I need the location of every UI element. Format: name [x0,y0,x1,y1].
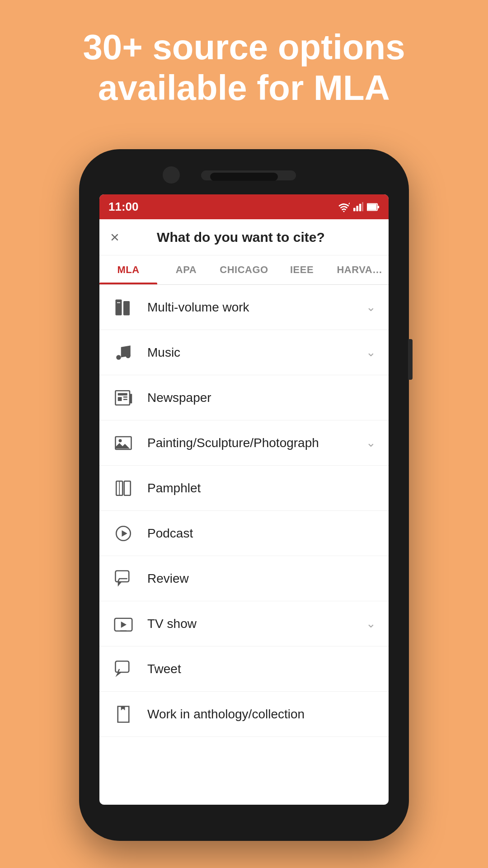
tab-bar: MLA APA CHICAGO IEEE HARVA… [99,255,389,285]
close-button[interactable]: × [110,228,119,246]
app-title: What do you want to cite? [128,230,353,245]
svg-rect-10 [123,301,130,316]
tab-chicago[interactable]: CHICAGO [215,255,273,284]
svg-rect-3 [356,206,358,211]
list-item[interactable]: TV show ⌄ [99,601,389,646]
pamphlet-icon [112,477,135,500]
app-bar: × What do you want to cite? [99,219,389,255]
image-icon [112,432,135,454]
chevron-icon: ⌄ [366,436,376,450]
phone-side-button [408,339,413,380]
multi-volume-icon [112,296,135,319]
list-item[interactable]: Review [99,556,389,601]
tab-ieee[interactable]: IEEE [273,255,331,284]
phone-mockup: 11:00 [79,149,409,845]
tweet-icon [112,658,135,680]
svg-rect-32 [116,661,129,672]
svg-rect-9 [116,299,122,315]
svg-rect-7 [367,204,377,210]
review-icon [112,567,135,590]
svg-marker-31 [121,621,127,627]
status-time: 11:00 [108,200,139,214]
battery-icon [367,202,380,212]
list-item-label: Review [147,571,376,586]
svg-marker-33 [116,672,122,677]
chevron-icon: ⌄ [366,617,376,631]
list-item-label: Pamphlet [147,481,376,495]
list-item-label: Painting/Sculpture/Photograph [147,436,366,450]
list-item[interactable]: Work in anthology/collection [99,692,389,737]
status-bar: 11:00 [99,194,389,219]
signal-icon [353,202,363,212]
tab-apa[interactable]: APA [157,255,215,284]
list-item-label: Newspaper [147,391,376,405]
svg-rect-2 [353,208,356,211]
svg-marker-28 [118,582,122,587]
list-item-label: Work in anthology/collection [147,707,376,722]
phone-screen: 11:00 [99,194,389,805]
svg-line-1 [349,202,350,204]
tab-mla[interactable]: MLA [99,255,157,284]
svg-rect-16 [118,397,122,401]
tv-icon [112,613,135,635]
svg-rect-14 [116,391,130,405]
list-item[interactable]: Multi-volume work ⌄ [99,285,389,330]
svg-rect-15 [118,393,127,395]
list-item-label: Music [147,345,366,360]
list-item[interactable]: Music ⌄ [99,330,389,375]
svg-rect-8 [377,206,379,208]
list-item-label: Multi-volume work [147,300,366,315]
phone-camera [163,166,180,184]
list-item-label: Podcast [147,526,376,541]
podcast-icon [112,522,135,545]
list-item[interactable]: Podcast [99,511,389,556]
svg-rect-23 [124,481,131,495]
svg-marker-26 [122,530,127,537]
list-item-label: Tweet [147,662,376,676]
list-item[interactable]: Painting/Sculpture/Photograph ⌄ [99,420,389,466]
list-item[interactable]: Newspaper [99,375,389,420]
svg-rect-4 [359,203,361,211]
promo-heading: 30+ source options available for MLA [0,27,488,108]
phone-home-button [210,173,278,181]
anthology-icon [112,703,135,726]
svg-point-0 [343,211,344,212]
chevron-icon: ⌄ [366,300,376,314]
list-item[interactable]: Tweet [99,646,389,692]
music-icon [112,341,135,364]
svg-point-13 [126,353,131,358]
svg-rect-5 [362,202,363,211]
newspaper-icon [112,387,135,409]
chevron-icon: ⌄ [366,345,376,359]
svg-rect-19 [130,394,132,403]
wifi-icon [338,202,350,212]
tab-harvard[interactable]: HARVA… [331,255,389,284]
svg-point-21 [119,439,122,442]
phone-shell: 11:00 [79,149,409,841]
source-list: Multi-volume work ⌄ Music ⌄ [99,285,389,737]
list-item-label: TV show [147,617,366,631]
svg-point-12 [116,355,121,360]
status-icons [338,202,380,212]
list-item[interactable]: Pamphlet [99,466,389,511]
svg-rect-27 [116,571,129,582]
